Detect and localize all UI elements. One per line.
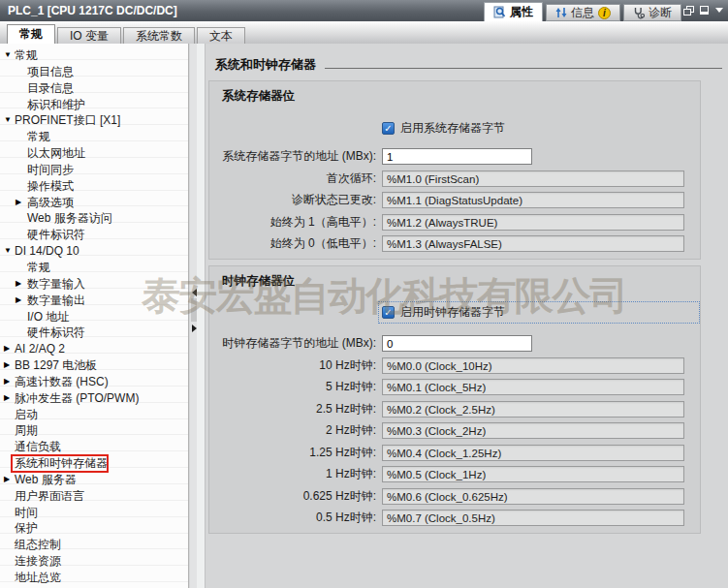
clock-2-5hz-field: %M0.2 (Clock_2.5Hz) xyxy=(382,401,684,418)
expand-arrow-icon[interactable]: ▶ xyxy=(4,341,16,357)
sidebar-item-web-server[interactable]: ▶Web 服务器 xyxy=(0,472,188,488)
sidebar-item-profinet-interface[interactable]: ▼PROFINET接口 [X1] xyxy=(0,112,188,129)
sidebar-item-digital-outputs[interactable]: ▶数字量输出 xyxy=(0,293,188,309)
sidebar-item-hsc[interactable]: ▶高速计数器 (HSC) xyxy=(0,374,188,390)
sidebar-item-identification-maintenance[interactable]: 标识和维护 xyxy=(0,97,188,113)
expand-arrow-icon[interactable]: ▶ xyxy=(4,390,16,407)
clock-1hz-field: %M0.5 (Clock_1Hz) xyxy=(382,466,684,482)
plc-properties-window: PLC_1 [CPU 1217C DC/DC/DC] 属性 信息 i 诊断 xyxy=(0,0,728,588)
collapse-right-icon[interactable] xyxy=(192,325,197,332)
system-memory-byte-address-input[interactable] xyxy=(382,148,532,165)
chevron-down-icon[interactable] xyxy=(715,8,723,13)
tab-general[interactable]: 常规 xyxy=(7,24,55,44)
splitter-grip[interactable] xyxy=(191,298,197,322)
clock-memory-byte-address-input[interactable] xyxy=(382,335,532,352)
section-clock-memory-bits: 时钟存储器位 ✓ 启用时钟存储器字节 时钟存储器字节的地址 (MBx): 10 … xyxy=(208,265,701,534)
expand-arrow-icon[interactable]: ▶ xyxy=(16,276,27,293)
sidebar-item-ui-language[interactable]: 用户界面语言 xyxy=(0,488,188,505)
clock-1-25hz-field: %M0.4 (Clock_1.25Hz) xyxy=(382,445,684,461)
sidebar-item-configuration-control[interactable]: 组态控制 xyxy=(0,537,188,553)
properties-icon xyxy=(493,6,506,18)
field-label: 时钟存储器字节的地址 (MBx): xyxy=(209,335,376,352)
properties-nav-tree: ▼常规 项目信息 目录信息 标识和维护 ▼PROFINET接口 [X1] 常规 … xyxy=(0,44,189,588)
expand-arrow-icon[interactable]: ▼ xyxy=(4,243,16,260)
field-label: 诊断状态已更改: xyxy=(209,192,376,208)
diag-status-update-field: %M1.1 (DiagStatusUpdate) xyxy=(382,192,684,208)
sidebar-item-bb1297[interactable]: ▶BB 1297 电池板 xyxy=(0,357,188,374)
sidebar-item-address-overview[interactable]: 地址总览 xyxy=(0,570,188,586)
sidebar-item-project-info[interactable]: 项目信息 xyxy=(0,64,188,80)
clock-2hz-field: %M0.3 (Clock_2Hz) xyxy=(382,422,684,439)
field-label: 2 Hz时钟: xyxy=(209,422,376,439)
diagnostics-icon xyxy=(633,7,645,19)
section-system-memory-bits: 系统存储器位 ✓ 启用系统存储器字节 系统存储器字节的地址 (MBx): 首次循… xyxy=(208,80,701,260)
sidebar-item-time-of-day[interactable]: 时间 xyxy=(0,505,188,521)
sidebar-item-digital-inputs[interactable]: ▶数字量输入 xyxy=(0,276,188,293)
sidebar-item-pto-pwm[interactable]: ▶脉冲发生器 (PTO/PWM) xyxy=(0,390,188,407)
tab-info[interactable]: 信息 i xyxy=(546,4,620,21)
sidebar-item-web-server-access[interactable]: Web 服务器访问 xyxy=(0,210,188,227)
dock-window-icon[interactable] xyxy=(700,6,709,15)
document-tab-row: 常规 IO 变量 系统常数 文本 xyxy=(0,21,728,44)
sidebar-item-ethernet-addresses[interactable]: 以太网地址 xyxy=(0,145,188,162)
sidebar-item-system-clock-memory[interactable]: 系统和时钟存储器 xyxy=(0,455,188,472)
field-label: 始终为 0（低电平）: xyxy=(209,235,376,252)
always-false-field: %M1.3 (AlwaysFALSE) xyxy=(382,235,684,252)
tab-texts[interactable]: 文本 xyxy=(197,27,245,44)
tab-io-tags[interactable]: IO 变量 xyxy=(57,27,121,44)
field-label: 0.625 Hz时钟: xyxy=(209,488,376,505)
sidebar-item-general[interactable]: ▼常规 xyxy=(0,47,188,64)
sidebar-item-ai2-aq2[interactable]: ▶AI 2/AQ 2 xyxy=(0,341,188,357)
sidebar-item-connection-resources[interactable]: 连接资源 xyxy=(0,553,188,570)
field-label: 首次循环: xyxy=(209,170,376,187)
title-bar: PLC_1 [CPU 1217C DC/DC/DC] 属性 信息 i 诊断 xyxy=(0,0,728,21)
pane-splitter[interactable] xyxy=(190,44,206,588)
expand-arrow-icon[interactable]: ▶ xyxy=(4,472,16,488)
clock-10hz-field: %M0.0 (Clock_10Hz) xyxy=(382,357,684,374)
sidebar-item-hw-identifier[interactable]: 硬件标识符 xyxy=(0,227,188,243)
float-window-icon[interactable] xyxy=(683,6,693,15)
clock-5hz-field: %M0.1 (Clock_5Hz) xyxy=(382,379,684,395)
page-title: 系统和时钟存储器 xyxy=(215,56,316,74)
clock-0-5hz-field: %M0.7 (Clock_0.5Hz) xyxy=(382,510,684,526)
sidebar-item-io-addresses[interactable]: I/O 地址 xyxy=(0,309,188,325)
collapse-left-icon[interactable] xyxy=(192,289,197,296)
expand-arrow-icon[interactable]: ▼ xyxy=(4,112,16,129)
expand-arrow-icon[interactable]: ▶ xyxy=(16,195,27,211)
tab-system-constants[interactable]: 系统常数 xyxy=(123,27,195,44)
first-scan-field: %M1.0 (FirstScan) xyxy=(382,170,684,187)
sidebar-item-di-hw-identifier[interactable]: 硬件标识符 xyxy=(0,325,188,341)
tab-diagnostics[interactable]: 诊断 xyxy=(623,4,681,21)
clock-0-625hz-field: %M0.6 (Clock_0.625Hz) xyxy=(382,488,684,505)
sidebar-item-di14-dq10[interactable]: ▼DI 14/DQ 10 xyxy=(0,243,188,260)
window-title: PLC_1 [CPU 1217C DC/DC/DC] xyxy=(8,4,177,17)
expand-arrow-icon[interactable]: ▼ xyxy=(4,47,16,64)
field-label: 5 Hz时钟: xyxy=(209,379,376,395)
window-controls xyxy=(683,6,723,15)
field-label: 0.5 Hz时钟: xyxy=(209,510,376,526)
enable-system-memory-checkbox[interactable]: ✓ xyxy=(382,122,395,135)
field-label: 2.5 Hz时钟: xyxy=(209,401,376,418)
field-label: 1.25 Hz时钟: xyxy=(209,445,376,461)
expand-arrow-icon[interactable]: ▶ xyxy=(4,374,16,390)
enable-clock-memory-checkbox[interactable]: ✓ xyxy=(382,306,395,319)
field-label: 1 Hz时钟: xyxy=(209,466,376,482)
sidebar-item-advanced-options[interactable]: ▶高级选项 xyxy=(0,195,188,211)
sidebar-item-cycle[interactable]: 周期 xyxy=(0,422,188,439)
sidebar-item-protection[interactable]: 保护 xyxy=(0,520,188,537)
sidebar-item-pn-general[interactable]: 常规 xyxy=(0,129,188,145)
sidebar-item-startup[interactable]: 启动 xyxy=(0,407,188,423)
tab-properties[interactable]: 属性 xyxy=(484,2,543,21)
field-label: 系统存储器字节的地址 (MBx): xyxy=(209,148,376,165)
sidebar-item-catalog-info[interactable]: 目录信息 xyxy=(0,80,188,97)
sidebar-item-communication-load[interactable]: 通信负载 xyxy=(0,439,188,455)
sidebar-item-time-sync[interactable]: 时间同步 xyxy=(0,162,188,178)
expand-arrow-icon[interactable]: ▶ xyxy=(4,357,16,374)
sidebar-item-di-general[interactable]: 常规 xyxy=(0,260,188,276)
info-arrows-icon xyxy=(555,7,567,18)
field-label: 始终为 1（高电平）: xyxy=(209,214,376,231)
title-rule xyxy=(325,68,722,69)
sidebar-item-operating-mode[interactable]: 操作模式 xyxy=(0,178,188,195)
checkbox-label: 启用系统存储器字节 xyxy=(400,120,505,137)
expand-arrow-icon[interactable]: ▶ xyxy=(16,293,27,309)
